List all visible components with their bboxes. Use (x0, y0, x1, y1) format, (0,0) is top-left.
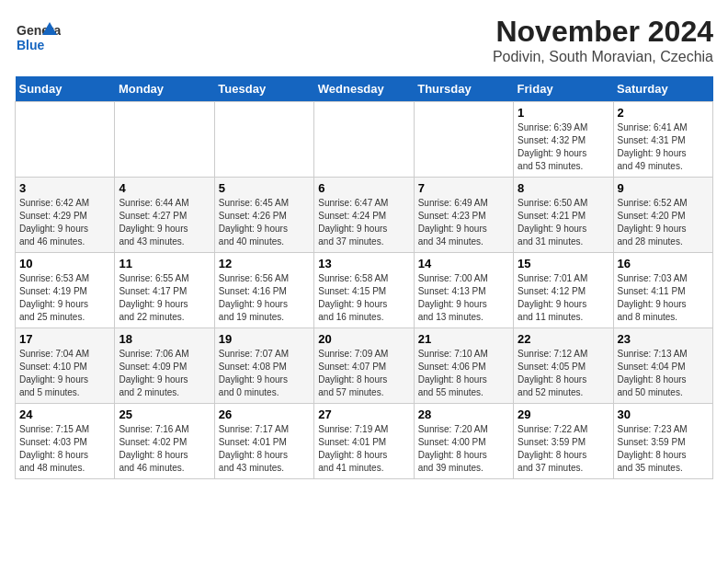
day-info: Sunrise: 6:45 AM Sunset: 4:26 PM Dayligh… (219, 197, 310, 248)
day-info: Sunrise: 7:10 AM Sunset: 4:06 PM Dayligh… (418, 348, 509, 399)
calendar-cell: 27Sunrise: 7:19 AM Sunset: 4:01 PM Dayli… (314, 404, 414, 479)
calendar-cell (214, 102, 313, 178)
calendar-cell: 2Sunrise: 6:41 AM Sunset: 4:31 PM Daylig… (613, 102, 712, 178)
day-number: 18 (119, 332, 210, 346)
day-number: 12 (219, 257, 310, 270)
calendar-cell: 7Sunrise: 6:49 AM Sunset: 4:23 PM Daylig… (414, 178, 513, 253)
calendar-cell: 28Sunrise: 7:20 AM Sunset: 4:00 PM Dayli… (414, 404, 513, 479)
day-info: Sunrise: 6:56 AM Sunset: 4:16 PM Dayligh… (219, 272, 310, 324)
day-number: 27 (318, 408, 409, 421)
day-number: 7 (418, 181, 509, 195)
day-of-week-header: Wednesday (314, 76, 414, 102)
day-number: 23 (618, 332, 709, 346)
day-number: 16 (618, 257, 709, 270)
day-info: Sunrise: 6:50 AM Sunset: 4:21 PM Dayligh… (518, 197, 609, 248)
day-number: 20 (318, 332, 409, 346)
day-of-week-header: Monday (115, 76, 214, 102)
day-of-week-header: Friday (514, 76, 613, 102)
day-number: 28 (418, 408, 509, 421)
day-number: 2 (618, 106, 709, 120)
day-number: 21 (418, 332, 509, 346)
day-info: Sunrise: 6:53 AM Sunset: 4:19 PM Dayligh… (19, 272, 110, 324)
calendar-week-row: 17Sunrise: 7:04 AM Sunset: 4:10 PM Dayli… (16, 328, 713, 404)
day-info: Sunrise: 6:52 AM Sunset: 4:20 PM Dayligh… (618, 197, 709, 248)
day-number: 4 (119, 181, 210, 195)
calendar-cell (115, 102, 214, 178)
calendar-cell: 16Sunrise: 7:03 AM Sunset: 4:11 PM Dayli… (613, 253, 712, 328)
day-number: 22 (518, 332, 609, 346)
calendar-cell: 18Sunrise: 7:06 AM Sunset: 4:09 PM Dayli… (115, 328, 214, 404)
day-info: Sunrise: 6:55 AM Sunset: 4:17 PM Dayligh… (119, 272, 210, 324)
day-info: Sunrise: 7:01 AM Sunset: 4:12 PM Dayligh… (518, 272, 609, 324)
day-info: Sunrise: 7:23 AM Sunset: 3:59 PM Dayligh… (618, 423, 709, 475)
calendar-cell: 1Sunrise: 6:39 AM Sunset: 4:32 PM Daylig… (514, 102, 613, 178)
day-info: Sunrise: 7:00 AM Sunset: 4:13 PM Dayligh… (418, 272, 509, 324)
day-of-week-header: Saturday (613, 76, 712, 102)
calendar-cell: 23Sunrise: 7:13 AM Sunset: 4:04 PM Dayli… (613, 328, 712, 404)
day-info: Sunrise: 7:15 AM Sunset: 4:03 PM Dayligh… (19, 423, 110, 475)
calendar-week-row: 3Sunrise: 6:42 AM Sunset: 4:29 PM Daylig… (16, 178, 713, 253)
calendar-cell: 4Sunrise: 6:44 AM Sunset: 4:27 PM Daylig… (115, 178, 214, 253)
day-info: Sunrise: 6:47 AM Sunset: 4:24 PM Dayligh… (318, 197, 409, 248)
day-of-week-header: Tuesday (214, 76, 313, 102)
day-info: Sunrise: 6:44 AM Sunset: 4:27 PM Dayligh… (119, 197, 210, 248)
calendar-cell: 13Sunrise: 6:58 AM Sunset: 4:15 PM Dayli… (314, 253, 414, 328)
title-area: November 2024 Podivin, South Moravian, C… (493, 15, 713, 65)
logo-icon: General Blue (15, 15, 61, 61)
calendar-cell (414, 102, 513, 178)
day-number: 8 (518, 181, 609, 195)
calendar-cell: 12Sunrise: 6:56 AM Sunset: 4:16 PM Dayli… (214, 253, 313, 328)
calendar-cell: 21Sunrise: 7:10 AM Sunset: 4:06 PM Dayli… (414, 328, 513, 404)
days-of-week-row: SundayMondayTuesdayWednesdayThursdayFrid… (16, 76, 713, 102)
calendar-table: SundayMondayTuesdayWednesdayThursdayFrid… (15, 76, 713, 479)
day-number: 6 (318, 181, 409, 195)
calendar-cell: 6Sunrise: 6:47 AM Sunset: 4:24 PM Daylig… (314, 178, 414, 253)
day-number: 3 (19, 181, 110, 195)
calendar-cell: 19Sunrise: 7:07 AM Sunset: 4:08 PM Dayli… (214, 328, 313, 404)
day-info: Sunrise: 7:07 AM Sunset: 4:08 PM Dayligh… (219, 348, 310, 399)
day-info: Sunrise: 6:39 AM Sunset: 4:32 PM Dayligh… (518, 121, 609, 173)
day-info: Sunrise: 7:09 AM Sunset: 4:07 PM Dayligh… (318, 348, 409, 399)
calendar-cell: 26Sunrise: 7:17 AM Sunset: 4:01 PM Dayli… (214, 404, 313, 479)
day-info: Sunrise: 7:22 AM Sunset: 3:59 PM Dayligh… (518, 423, 609, 475)
calendar-cell: 25Sunrise: 7:16 AM Sunset: 4:02 PM Dayli… (115, 404, 214, 479)
day-info: Sunrise: 7:20 AM Sunset: 4:00 PM Dayligh… (418, 423, 509, 475)
logo: General Blue (15, 15, 61, 61)
calendar-cell: 22Sunrise: 7:12 AM Sunset: 4:05 PM Dayli… (514, 328, 613, 404)
day-number: 24 (19, 408, 110, 421)
day-info: Sunrise: 7:19 AM Sunset: 4:01 PM Dayligh… (318, 423, 409, 475)
calendar-cell: 24Sunrise: 7:15 AM Sunset: 4:03 PM Dayli… (16, 404, 115, 479)
day-info: Sunrise: 6:58 AM Sunset: 4:15 PM Dayligh… (318, 272, 409, 324)
day-number: 15 (518, 257, 609, 270)
calendar-cell: 20Sunrise: 7:09 AM Sunset: 4:07 PM Dayli… (314, 328, 414, 404)
header: General Blue November 2024 Podivin, Sout… (15, 15, 713, 65)
day-number: 13 (318, 257, 409, 270)
calendar-cell: 17Sunrise: 7:04 AM Sunset: 4:10 PM Dayli… (16, 328, 115, 404)
day-info: Sunrise: 7:04 AM Sunset: 4:10 PM Dayligh… (19, 348, 110, 399)
day-info: Sunrise: 6:49 AM Sunset: 4:23 PM Dayligh… (418, 197, 509, 248)
calendar-cell: 5Sunrise: 6:45 AM Sunset: 4:26 PM Daylig… (214, 178, 313, 253)
day-info: Sunrise: 7:17 AM Sunset: 4:01 PM Dayligh… (219, 423, 310, 475)
calendar-cell: 9Sunrise: 6:52 AM Sunset: 4:20 PM Daylig… (613, 178, 712, 253)
day-info: Sunrise: 7:12 AM Sunset: 4:05 PM Dayligh… (518, 348, 609, 399)
day-info: Sunrise: 7:13 AM Sunset: 4:04 PM Dayligh… (618, 348, 709, 399)
day-number: 29 (518, 408, 609, 421)
day-info: Sunrise: 7:03 AM Sunset: 4:11 PM Dayligh… (618, 272, 709, 324)
day-number: 1 (518, 106, 609, 120)
svg-text:Blue: Blue (17, 38, 45, 52)
calendar-cell: 8Sunrise: 6:50 AM Sunset: 4:21 PM Daylig… (514, 178, 613, 253)
day-info: Sunrise: 7:16 AM Sunset: 4:02 PM Dayligh… (119, 423, 210, 475)
calendar-cell (314, 102, 414, 178)
day-info: Sunrise: 6:42 AM Sunset: 4:29 PM Dayligh… (19, 197, 110, 248)
calendar-cell: 15Sunrise: 7:01 AM Sunset: 4:12 PM Dayli… (514, 253, 613, 328)
calendar-cell: 30Sunrise: 7:23 AM Sunset: 3:59 PM Dayli… (613, 404, 712, 479)
day-number: 19 (219, 332, 310, 346)
calendar-cell: 10Sunrise: 6:53 AM Sunset: 4:19 PM Dayli… (16, 253, 115, 328)
calendar-cell: 3Sunrise: 6:42 AM Sunset: 4:29 PM Daylig… (16, 178, 115, 253)
calendar-week-row: 24Sunrise: 7:15 AM Sunset: 4:03 PM Dayli… (16, 404, 713, 479)
day-number: 26 (219, 408, 310, 421)
day-number: 17 (19, 332, 110, 346)
day-number: 30 (618, 408, 709, 421)
day-number: 25 (119, 408, 210, 421)
calendar-cell (16, 102, 115, 178)
